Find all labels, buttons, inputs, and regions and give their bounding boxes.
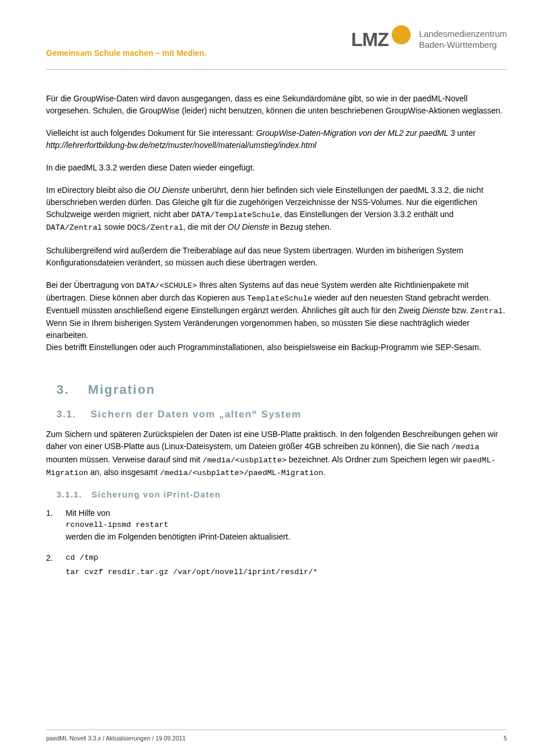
h4-text: Sicherung von iPrint-Daten <box>92 489 221 499</box>
p6-i1: Dienste <box>422 306 449 315</box>
p2-doc-title: GroupWise-Daten-Migration von der ML2 zu… <box>256 128 455 138</box>
s1-cmd: rcnovell-ipsmd restart <box>66 519 507 531</box>
s31b: mounten müssen. Verweise darauf sind mit <box>46 455 203 464</box>
s2-cmd1: cd /tmp <box>66 552 507 564</box>
step-2-body: cd /tmp tar cvzf resdir.tar.gz /var/opt/… <box>66 552 507 578</box>
logo-area: LMZ Landesmedienzentrum Baden-Württember… <box>351 29 507 51</box>
s31e: . <box>323 468 325 477</box>
heading-31: 3.1. Sichern der Daten vom „alten“ Syste… <box>56 409 507 420</box>
h3-text: Sichern der Daten vom „alten“ System <box>90 409 301 420</box>
org-line2: Baden-Württemberg <box>419 40 497 50</box>
para-3: In die paedML 3.3.2 werden diese Daten w… <box>46 162 507 174</box>
p4d: sowie <box>102 222 127 231</box>
p2-url[interactable]: http://lehrerfortbildung-bw.de/netz/must… <box>46 140 316 150</box>
heading-migration: 3. Migration <box>56 382 507 397</box>
s31-m2: /media/<usbplatte> <box>203 456 287 465</box>
body-text: Für die GroupWise-Daten wird davon ausge… <box>46 93 507 578</box>
para-1: Für die GroupWise-Daten wird davon ausge… <box>46 93 507 117</box>
p4-ou2: OU Dienste <box>228 222 269 231</box>
h4-num: 3.1.1. <box>56 489 82 499</box>
p6-m1: DATA/<SCHULE> <box>136 282 196 290</box>
tagline: Gemeinsam Schule machen – mit Medien. <box>46 48 207 58</box>
para-5: Schulübergreifend wird außerdem die Trei… <box>46 245 507 269</box>
org-line1: Landesmedienzentrum <box>419 29 507 39</box>
s2-cmd2: tar cvzf resdir.tar.gz /var/opt/novell/i… <box>66 567 507 578</box>
step-2-num: 2. <box>46 552 66 578</box>
h2-num: 3. <box>56 382 69 397</box>
heading-311: 3.1.1. Sicherung von iPrint-Daten <box>56 489 507 499</box>
p4a: Im eDirectory bleibt also die <box>46 185 148 195</box>
para-2: Vielleicht ist auch folgendes Dokument f… <box>46 127 507 151</box>
p4f: in Bezug stehen. <box>269 222 331 231</box>
s1b: werden die im Folgenden benötigten iPrin… <box>66 532 290 541</box>
step-2: 2. cd /tmp tar cvzf resdir.tar.gz /var/o… <box>46 552 507 578</box>
p6d: bzw. <box>449 306 470 315</box>
h2-text: Migration <box>88 382 156 397</box>
p4-ou: OU Dienste <box>148 185 190 195</box>
org-name: Landesmedienzentrum Baden-Württemberg <box>419 29 507 51</box>
footer-page-number: 5 <box>503 735 507 742</box>
s31a: Zum Sichern und späteren Zurückspielen d… <box>46 430 498 451</box>
step-1-num: 1. <box>46 507 66 543</box>
p4e: , die mit der <box>183 222 228 231</box>
s31-m1: /media <box>451 443 479 451</box>
footer-left: paedML Novell 3.3.x / Aktualisierungen /… <box>46 735 185 742</box>
logo-text: LMZ <box>351 29 389 51</box>
page: Gemeinsam Schule machen – mit Medien. LM… <box>0 0 553 756</box>
p6f: Dies betrifft Einstellungen oder auch Pr… <box>46 343 481 352</box>
s31-m4: /media/<usbplatte>/paedML-Migration <box>160 469 323 477</box>
p6-m2: TemplateSchule <box>247 294 312 303</box>
para-4: Im eDirectory bleibt also die OU Dienste… <box>46 184 507 234</box>
step-1: 1. Mit Hilfe von rcnovell-ipsmd restart … <box>46 507 507 543</box>
s1a: Mit Hilfe von <box>66 508 110 518</box>
p2-mid: unter <box>455 128 476 138</box>
p4-m2: DATA/Zentral <box>46 223 102 232</box>
para-6: Bei der Übertragung von DATA/<SCHULE> Ih… <box>46 279 507 354</box>
p6a: Bei der Übertragung von <box>46 280 136 290</box>
s31c: bezeichnet. Als Ordner zum Speichern leg… <box>286 455 463 464</box>
page-header: Gemeinsam Schule machen – mit Medien. LM… <box>46 29 507 70</box>
p4-m1: DATA/TemplateSchule <box>191 211 280 219</box>
p4c: , das Einstellungen der Version 3.3.2 en… <box>280 210 453 219</box>
s31d: an, also insgesamt <box>88 468 160 477</box>
section-31-para: Zum Sichern und späteren Zurückspielen d… <box>46 428 507 479</box>
p4-m3: DOCS/Zentral <box>127 223 183 232</box>
logo-orb-icon <box>392 25 411 44</box>
p6-m3: Zentral <box>470 307 503 316</box>
p2-pre: Vielleicht ist auch folgendes Dokument f… <box>46 128 256 138</box>
step-1-body: Mit Hilfe von rcnovell-ipsmd restart wer… <box>66 507 507 543</box>
h3-num: 3.1. <box>56 409 76 420</box>
page-footer: paedML Novell 3.3.x / Aktualisierungen /… <box>46 730 507 742</box>
